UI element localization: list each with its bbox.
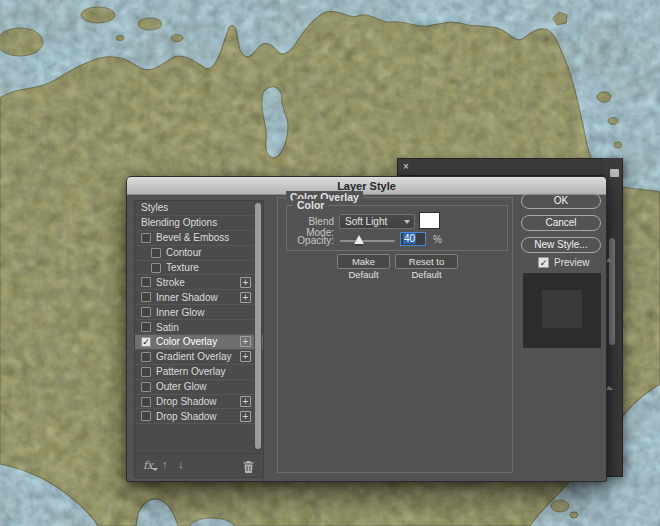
screen: × « Layer Style Styles Blending Options …	[0, 0, 660, 526]
style-list-item[interactable]: Drop Shadow +	[135, 409, 263, 424]
color-group: Color Blend Mode: Soft Light Opacity: 40…	[286, 205, 508, 251]
opacity-slider-thumb[interactable]	[354, 235, 364, 244]
preview-control: ✓ Preview	[538, 257, 590, 268]
opacity-slider-track	[340, 240, 395, 242]
preview-label: Preview	[554, 257, 590, 268]
style-list-item[interactable]: Contour	[135, 246, 263, 261]
style-label: Pattern Overlay	[156, 366, 263, 377]
blend-mode-select[interactable]: Soft Light	[339, 214, 415, 229]
style-checkbox[interactable]	[141, 233, 151, 243]
fx-icon[interactable]: fx	[143, 459, 153, 472]
style-checkbox[interactable]: ✓	[141, 337, 151, 347]
style-checkbox[interactable]	[141, 367, 151, 377]
style-label: Texture	[166, 262, 263, 273]
effect-panel: Color Overlay Color Blend Mode: Soft Lig…	[277, 197, 513, 473]
background-panel-titlebar: × «	[397, 158, 623, 176]
style-list-item[interactable]: Drop Shadow +	[135, 395, 263, 410]
style-label: Drop Shadow	[156, 396, 240, 407]
style-list-item[interactable]: Satin	[135, 320, 263, 335]
style-label: Drop Shadow	[156, 411, 240, 422]
style-list-item[interactable]: Inner Glow	[135, 305, 263, 320]
style-checkbox[interactable]	[141, 397, 151, 407]
style-list-item[interactable]: ✓ Color Overlay +	[135, 335, 263, 350]
reset-to-default-button[interactable]: Reset to Default	[395, 254, 458, 269]
style-label: Blending Options	[141, 217, 263, 228]
style-checkbox[interactable]	[141, 277, 151, 287]
style-label: Outer Glow	[156, 381, 263, 392]
style-checkbox[interactable]	[141, 322, 151, 332]
style-label: Color Overlay	[156, 336, 240, 347]
add-effect-button[interactable]: +	[240, 336, 251, 347]
move-up-icon[interactable]: ↑	[162, 458, 168, 470]
opacity-value: 40	[403, 233, 416, 244]
style-label: Inner Shadow	[156, 292, 240, 303]
style-preview-inner-square	[542, 290, 582, 328]
style-label: Stroke	[156, 277, 240, 288]
style-checkbox[interactable]	[141, 352, 151, 362]
add-effect-button[interactable]: +	[240, 411, 251, 422]
styles-scrollbar-thumb[interactable]	[255, 203, 261, 449]
color-group-title: Color	[293, 199, 328, 211]
opacity-input[interactable]: 40	[400, 232, 426, 246]
style-label: Satin	[156, 322, 263, 333]
style-checkbox[interactable]	[141, 307, 151, 317]
add-effect-button[interactable]: +	[240, 292, 251, 303]
style-preview-thumbnail	[523, 273, 601, 348]
styles-list: Styles Blending Options Bevel & Emboss C…	[135, 201, 263, 454]
style-label: Inner Glow	[156, 307, 263, 318]
style-label: Contour	[166, 247, 263, 258]
ok-button[interactable]: OK	[521, 193, 601, 209]
layer-style-dialog: Layer Style Styles Blending Options Beve…	[126, 176, 607, 482]
chevron-down-icon	[404, 220, 410, 224]
style-list-item[interactable]: Styles	[135, 201, 263, 216]
opacity-slider[interactable]	[340, 234, 395, 248]
panel-thumbnail-icon	[610, 169, 619, 177]
style-label: Styles	[141, 202, 263, 213]
new-style-button[interactable]: New Style...	[521, 237, 601, 253]
style-label: Gradient Overlay	[156, 351, 240, 362]
styles-sidebar: Styles Blending Options Bevel & Emboss C…	[134, 200, 264, 478]
opacity-unit-label: %	[433, 234, 442, 245]
make-default-button[interactable]: Make Default	[337, 254, 390, 269]
panel-scrollbar-thumb[interactable]	[609, 238, 615, 345]
opacity-label: Opacity:	[287, 235, 334, 246]
style-list-item[interactable]: Texture	[135, 261, 263, 276]
style-list-item[interactable]: Inner Shadow +	[135, 290, 263, 305]
blend-mode-value: Soft Light	[345, 216, 387, 227]
add-effect-button[interactable]: +	[240, 277, 251, 288]
panel-close-icon[interactable]: ×	[403, 161, 409, 173]
add-effect-button[interactable]: +	[240, 396, 251, 407]
move-down-icon[interactable]: ↓	[178, 458, 184, 470]
style-list-item[interactable]: Blending Options	[135, 216, 263, 231]
preview-checkbox[interactable]: ✓	[538, 257, 549, 268]
style-list-item[interactable]: Outer Glow	[135, 380, 263, 395]
style-checkbox[interactable]	[141, 411, 151, 421]
add-effect-button[interactable]: +	[240, 351, 251, 362]
style-checkbox[interactable]	[141, 292, 151, 302]
style-list-item[interactable]: Gradient Overlay +	[135, 350, 263, 365]
style-list-item[interactable]: Bevel & Emboss	[135, 231, 263, 246]
delete-effect-icon[interactable]	[243, 459, 254, 477]
cancel-button[interactable]: Cancel	[521, 215, 601, 231]
style-checkbox[interactable]	[151, 248, 161, 258]
style-checkbox[interactable]	[151, 263, 161, 273]
styles-footer: fx ↑ ↓	[135, 453, 263, 477]
style-list-item[interactable]: Stroke +	[135, 275, 263, 290]
style-label: Bevel & Emboss	[156, 232, 263, 243]
styles-scrollbar[interactable]	[254, 202, 262, 452]
style-checkbox[interactable]	[141, 382, 151, 392]
overlay-color-swatch[interactable]	[419, 212, 440, 229]
style-list-item[interactable]: Pattern Overlay	[135, 365, 263, 380]
